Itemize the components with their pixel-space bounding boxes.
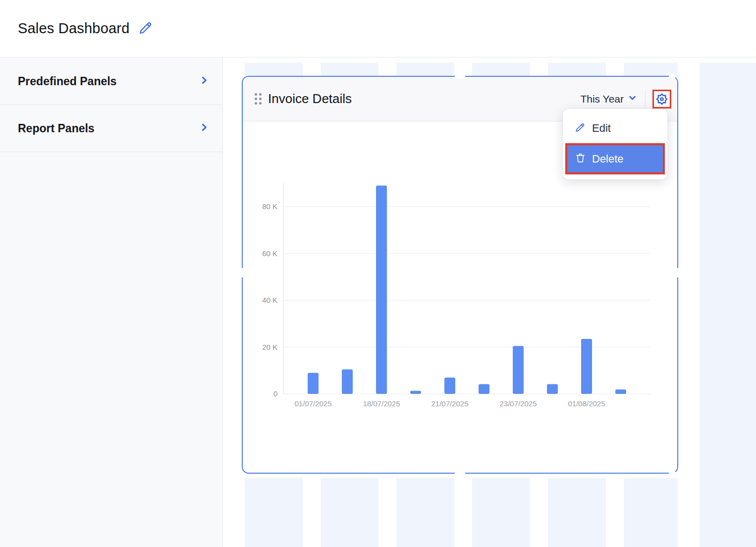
sidebar: Predefined Panels Report Panels [0,58,223,547]
svg-text:0: 0 [273,389,277,398]
svg-text:20 K: 20 K [262,343,277,351]
panel-title: Invoice Details [268,91,580,107]
delete-highlight-annotation: Delete [565,143,665,174]
sidebar-item-label: Report Panels [18,122,95,135]
edit-dashboard-name-button[interactable] [138,20,153,37]
resize-handle-right[interactable] [676,268,680,277]
resize-handle-bottom-right[interactable] [669,471,675,475]
chevron-right-icon [200,123,209,134]
svg-text:23/07/2025: 23/07/2025 [499,399,537,408]
pencil-icon [138,20,153,37]
sidebar-item-predefined-panels[interactable]: Predefined Panels [0,58,222,105]
pencil-icon [575,122,586,135]
grid-columns-stripe-bottom [245,478,678,547]
resize-handle-top-right[interactable] [669,74,675,78]
resize-handle-top[interactable] [455,74,465,78]
gear-highlight-annotation [652,90,671,109]
resize-handle-left[interactable] [240,268,244,277]
menu-item-edit[interactable]: Edit [575,120,611,137]
svg-text:01/08/2025: 01/08/2025 [568,399,605,408]
page-title: Sales Dashboard [18,20,129,37]
chevron-right-icon [200,76,209,87]
svg-text:60 K: 60 K [262,249,277,258]
grid-column-stripe-right [700,63,756,547]
svg-text:01/07/2025: 01/07/2025 [294,399,331,408]
svg-text:80 K: 80 K [262,202,277,211]
svg-text:18/07/2025: 18/07/2025 [363,399,400,408]
menu-item-delete[interactable]: Delete [567,145,663,172]
menu-item-label: Edit [592,122,611,135]
top-bar: Sales Dashboard [0,0,756,57]
date-range-value: This Year [580,93,624,105]
date-range-selector[interactable]: This Year [580,93,637,105]
svg-text:40 K: 40 K [262,296,277,304]
header-divider [645,90,646,108]
settings-menu: Edit Delete [563,109,667,179]
drag-handle-icon[interactable] [255,93,262,105]
menu-item-label: Delete [592,153,624,165]
chevron-down-icon [628,94,637,104]
dashboard-page: Sales Dashboard Predefined Panels Report… [0,0,756,547]
trash-icon [575,153,586,165]
settings-gear-icon[interactable] [655,93,668,106]
resize-handle-bottom[interactable] [455,471,465,475]
sidebar-item-label: Predefined Panels [18,75,116,88]
sidebar-item-report-panels[interactable]: Report Panels [0,105,222,152]
svg-text:21/07/2025: 21/07/2025 [431,399,468,408]
